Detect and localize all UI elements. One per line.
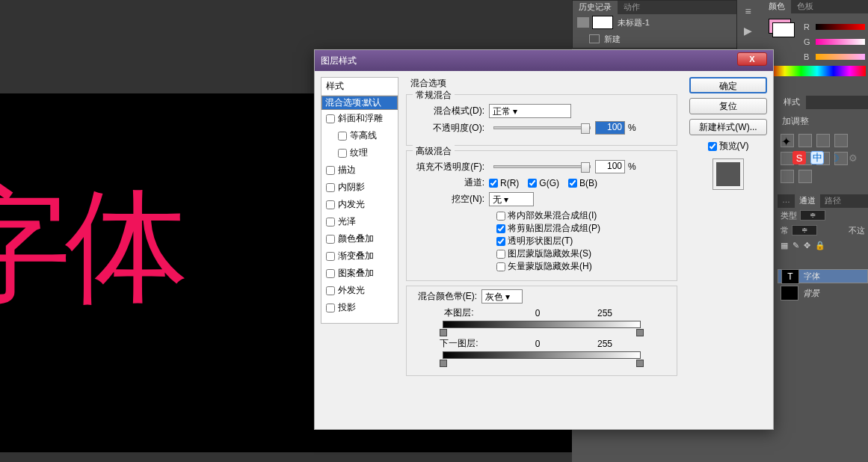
texture-checkbox[interactable] [338, 149, 347, 158]
tab-color[interactable]: 颜色 [763, 0, 791, 13]
inner-glow-checkbox[interactable] [326, 200, 335, 209]
section-blending-options: 混合选项 [410, 77, 677, 90]
contour-checkbox[interactable] [338, 132, 347, 141]
tab-history[interactable]: 历史记录 [573, 1, 618, 14]
play-icon[interactable]: ▶ [740, 22, 757, 39]
style-blending-options[interactable]: 混合选项:默认 [321, 96, 398, 110]
levels-icon[interactable] [798, 134, 812, 147]
this-layer-stop-right[interactable] [636, 329, 644, 336]
layer-row-text[interactable]: T 字体 [778, 269, 868, 283]
style-stroke[interactable]: 描边 [321, 161, 398, 179]
b-slider[interactable] [816, 54, 865, 60]
satin-checkbox[interactable] [326, 218, 335, 227]
inner-shadow-checkbox[interactable] [326, 183, 335, 192]
photo-filter-icon[interactable] [781, 170, 794, 183]
lock-trans-icon[interactable]: ▦ [781, 241, 788, 250]
channel-r-checkbox[interactable] [489, 179, 498, 188]
channel-mixer-icon[interactable] [798, 170, 812, 183]
channel-g-checkbox[interactable] [528, 179, 537, 188]
g-label: G [804, 37, 813, 46]
fill-opacity-input[interactable]: 100 [595, 160, 625, 173]
moon-icon[interactable]: ☽ [828, 151, 842, 164]
under-layer-gradient[interactable] [443, 351, 641, 359]
fill-opacity-pct: % [628, 161, 636, 172]
ime-icon[interactable]: 中 [810, 151, 824, 164]
b-label: B [804, 52, 813, 61]
brightness-icon[interactable]: ✦ [781, 134, 794, 147]
style-inner-shadow[interactable]: 内阴影 [321, 179, 398, 196]
adjustments-label: 加调整 [778, 112, 868, 131]
style-color-overlay[interactable]: 颜色叠加 [321, 230, 398, 247]
collapse-icon[interactable]: ≡ [740, 3, 757, 19]
layer-row-bg[interactable]: 背景 [778, 283, 868, 303]
lock-all-icon[interactable]: 🔒 [815, 241, 825, 250]
tab-swatches[interactable]: 色板 [791, 0, 819, 13]
background-color[interactable] [772, 22, 795, 37]
opt-blend-interior-checkbox[interactable] [496, 212, 505, 221]
preview-checkbox[interactable] [708, 142, 717, 151]
ok-button[interactable]: 确定 [689, 77, 767, 93]
history-doc-row[interactable]: 未标题-1 [573, 14, 758, 31]
this-layer-gradient[interactable] [443, 321, 641, 328]
opt-vector-mask-checkbox[interactable] [496, 262, 505, 271]
channel-b-checkbox[interactable] [568, 179, 577, 188]
style-drop-shadow[interactable]: 投影 [321, 299, 398, 316]
dialog-titlebar[interactable]: 图层样式 X [315, 50, 773, 71]
tab-unknown[interactable]: … [778, 194, 795, 208]
b-slider-row: B [804, 51, 868, 63]
style-satin[interactable]: 光泽 [321, 213, 398, 230]
spectrum-bar[interactable] [769, 66, 866, 76]
fill-opacity-label: 填充不透明度(F): [414, 161, 489, 173]
gear-tray-icon[interactable]: ⚙ [846, 151, 860, 164]
opacity-slider[interactable] [493, 126, 591, 129]
gradient-overlay-checkbox[interactable] [326, 252, 335, 261]
history-step-row[interactable]: 新建 [573, 31, 758, 47]
channel-r-label: R(R) [500, 178, 519, 188]
close-button[interactable]: X [737, 52, 767, 66]
opt-blend-clipped-checkbox[interactable] [496, 224, 505, 233]
drop-shadow-checkbox[interactable] [326, 304, 335, 312]
sogou-icon[interactable]: S [792, 151, 806, 164]
style-pattern-overlay[interactable]: 图案叠加 [321, 265, 398, 282]
under-layer-stop-right[interactable] [636, 360, 644, 367]
style-inner-glow[interactable]: 内发光 [321, 196, 398, 213]
g-slider[interactable] [816, 39, 865, 45]
layer-name-text: 字体 [804, 271, 820, 282]
fill-opacity-slider[interactable] [493, 165, 591, 168]
blend-mode-label: 混合模式(D): [414, 105, 489, 117]
lock-pixel-icon[interactable]: ✎ [792, 241, 799, 250]
color-overlay-checkbox[interactable] [326, 235, 335, 244]
opt-mask-hides-checkbox[interactable] [496, 250, 505, 259]
style-outer-glow[interactable]: 外发光 [321, 282, 398, 299]
new-style-button[interactable]: 新建样式(W)... [689, 119, 767, 135]
bevel-checkbox[interactable] [326, 114, 335, 123]
pattern-overlay-label: 图案叠加 [338, 267, 374, 280]
tab-channels[interactable]: 通道 [795, 194, 820, 208]
opacity-input[interactable]: 100 [595, 121, 625, 135]
tab-styles-mini[interactable]: 样式 [778, 96, 806, 109]
style-bevel[interactable]: 斜面和浮雕 [321, 110, 398, 127]
blend-mode-select[interactable]: 正常 [489, 104, 571, 118]
style-gradient-overlay[interactable]: 渐变叠加 [321, 247, 398, 265]
reset-button[interactable]: 复位 [689, 98, 767, 114]
style-texture[interactable]: 纹理 [321, 144, 398, 161]
pattern-overlay-checkbox[interactable] [326, 269, 335, 278]
kind-select[interactable]: ≑ [800, 210, 825, 221]
curves-icon[interactable] [816, 134, 830, 147]
this-layer-stop-left[interactable] [440, 329, 447, 336]
tab-actions[interactable]: 动作 [618, 1, 646, 14]
opt-trans-shapes-checkbox[interactable] [496, 237, 505, 246]
lock-pos-icon[interactable]: ✥ [804, 241, 810, 250]
outer-glow-checkbox[interactable] [326, 286, 335, 295]
exposure-icon[interactable] [834, 134, 848, 147]
tab-paths[interactable]: 路径 [820, 194, 846, 208]
under-layer-stop-left[interactable] [440, 360, 447, 367]
style-contour[interactable]: 等高线 [321, 127, 398, 144]
r-slider[interactable] [816, 24, 865, 30]
knockout-select[interactable]: 无 [489, 192, 534, 206]
fill-opacity-slider-thumb[interactable] [581, 162, 590, 173]
opacity-slider-thumb[interactable] [581, 123, 590, 134]
stroke-checkbox[interactable] [326, 166, 335, 175]
blend-select[interactable]: ≑ [792, 225, 817, 235]
blend-if-select[interactable]: 灰色 [481, 289, 523, 304]
